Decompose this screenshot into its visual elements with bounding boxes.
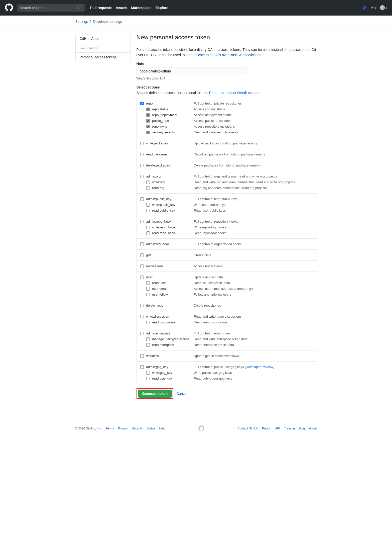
note-hint: What's this token for?	[137, 77, 317, 80]
footer-pricing[interactable]: Pricing	[262, 427, 271, 430]
scope-name: admin:enterprise	[146, 331, 194, 335]
scope-row: write:gpg_keyWrite public user gpg keys	[140, 370, 313, 376]
scope-name: write:packages	[146, 141, 194, 145]
scope-checkbox-read-user[interactable]	[146, 281, 150, 285]
search-input[interactable]: Search or jump to... /	[17, 4, 85, 12]
scope-checkbox-admin-gpg-key[interactable]	[140, 365, 144, 369]
footer-training[interactable]: Training	[284, 427, 295, 430]
scope-checkbox-manage-billing-enterprise[interactable]	[146, 337, 150, 341]
scope-row: user:followFollow and unfollow users	[140, 292, 313, 297]
scope-checkbox-read-public-key[interactable]	[146, 209, 150, 212]
scope-row: delete_repoDelete repositories	[140, 303, 313, 308]
scope-preview-link[interactable]: (Developer Preview)	[245, 365, 274, 369]
scope-description: Access repository invitations	[194, 125, 235, 128]
scope-checkbox-write-discussion[interactable]	[140, 315, 144, 318]
scope-name: write:public_key	[152, 203, 194, 207]
scope-checkbox-write-org[interactable]	[146, 181, 150, 184]
scope-name: repo	[146, 102, 194, 105]
scope-checkbox-admin-org[interactable]	[140, 175, 144, 178]
nav-explore[interactable]: Explore	[155, 6, 168, 10]
scope-row: repoFull control of private repositories	[140, 101, 313, 106]
scope-checkbox-repo-deployment[interactable]	[146, 113, 150, 117]
scope-description: Read and write org and team membership, …	[194, 180, 295, 184]
nav-marketplace[interactable]: Marketplace	[131, 6, 152, 10]
sidebar-item-oauth-apps[interactable]: OAuth Apps	[76, 43, 130, 53]
scopes-label: Select scopes	[137, 85, 317, 89]
breadcrumb-separator: /	[90, 20, 91, 24]
footer-contact[interactable]: Contact GitHub	[237, 427, 258, 430]
scope-checkbox-gist[interactable]	[140, 253, 144, 257]
scope-row: repo:inviteAccess repository invitations	[140, 124, 313, 129]
footer: © 2020 GitHub, Inc. Terms Privacy Securi…	[69, 415, 323, 441]
note-label: Note	[137, 62, 317, 66]
breadcrumb-settings[interactable]: Settings	[75, 20, 88, 24]
footer-status[interactable]: Status	[147, 427, 155, 430]
scope-checkbox-admin-enterprise[interactable]	[140, 332, 144, 335]
generate-token-button[interactable]: Generate token	[138, 390, 172, 398]
scope-checkbox-admin-repo-hook[interactable]	[140, 220, 144, 223]
github-logo[interactable]	[5, 4, 13, 12]
scope-checkbox-write-packages[interactable]	[140, 142, 144, 145]
nav-pull-requests[interactable]: Pull requests	[90, 6, 112, 10]
scope-group: read:packagesDownload packages from gith…	[137, 149, 317, 160]
user-menu[interactable]: ▾	[380, 5, 387, 10]
scope-checkbox-read-gpg-key[interactable]	[146, 377, 150, 380]
scope-description: Full control of organization hooks	[194, 242, 242, 246]
scope-name: write:repo_hook	[152, 225, 194, 229]
footer-help[interactable]: Help	[159, 427, 165, 430]
footer-privacy[interactable]: Privacy	[118, 427, 128, 430]
note-input[interactable]	[137, 67, 247, 75]
scope-checkbox-repo[interactable]	[140, 102, 144, 105]
avatar-icon	[380, 5, 385, 10]
scope-checkbox-read-repo-hook[interactable]	[146, 231, 150, 235]
scope-checkbox-read-discussion[interactable]	[146, 321, 150, 324]
footer-api[interactable]: API	[275, 427, 280, 430]
notifications-icon[interactable]	[362, 6, 366, 10]
create-menu[interactable]: ▾	[370, 6, 376, 10]
scopes-link[interactable]: Read more about OAuth scopes.	[209, 91, 260, 95]
scope-row: read:enterpriseRead enterprise profile d…	[140, 342, 313, 348]
scope-checkbox-repo-status[interactable]	[146, 108, 150, 111]
scope-checkbox-repo-invite[interactable]	[146, 125, 150, 128]
bell-icon	[362, 6, 366, 10]
cancel-link[interactable]: Cancel	[176, 392, 187, 396]
scope-checkbox-write-repo-hook[interactable]	[146, 226, 150, 229]
scope-description: Access public repositories	[194, 119, 231, 123]
scope-checkbox-write-public-key[interactable]	[146, 203, 150, 207]
scope-checkbox-workflow[interactable]	[140, 354, 144, 358]
scope-checkbox-read-enterprise[interactable]	[146, 343, 150, 347]
footer-security[interactable]: Security	[132, 427, 143, 430]
sidebar-item-github-apps[interactable]: GitHub Apps	[76, 34, 130, 43]
scope-checkbox-admin-public-key[interactable]	[140, 197, 144, 201]
scope-checkbox-public-repo[interactable]	[146, 119, 150, 123]
scope-checkbox-read-org[interactable]	[146, 186, 150, 190]
scope-name: write:gpg_key	[152, 371, 194, 375]
footer-about[interactable]: About	[309, 427, 317, 430]
scope-checkbox-delete-repo[interactable]	[140, 304, 144, 307]
scope-row: read:gpg_keyRead public user gpg keys	[140, 376, 313, 381]
scope-row: admin:repo_hookFull control of repositor…	[140, 219, 313, 224]
footer-terms[interactable]: Terms	[106, 427, 114, 430]
scope-checkbox-user-email[interactable]	[146, 287, 150, 291]
scope-checkbox-admin-org-hook[interactable]	[140, 242, 144, 246]
scope-checkbox-read-packages[interactable]	[140, 153, 144, 156]
scope-group: admin:public_keyFull control of user pub…	[137, 194, 317, 216]
scope-row: read:packagesDownload packages from gith…	[140, 151, 313, 157]
auth-api-link[interactable]: authenticate to the API over Basic Authe…	[186, 53, 261, 57]
caret-down-icon: ▾	[375, 7, 376, 9]
scope-name: security_events	[152, 130, 194, 134]
scope-checkbox-user[interactable]	[140, 276, 144, 279]
scope-description: Access user email addresses (read-only)	[194, 287, 253, 291]
scope-name: read:enterprise	[152, 343, 194, 347]
scope-description: Read public user gpg keys	[194, 377, 232, 380]
scope-checkbox-write-gpg-key[interactable]	[146, 371, 150, 375]
footer-blog[interactable]: Blog	[299, 427, 305, 430]
scope-checkbox-delete-packages[interactable]	[140, 164, 144, 167]
scope-row: manage_billing:enterpriseRead and write …	[140, 336, 313, 342]
scope-checkbox-user-follow[interactable]	[146, 293, 150, 296]
scope-checkbox-notifications[interactable]	[140, 264, 144, 268]
scope-name: user:follow	[152, 293, 194, 296]
scope-checkbox-security-events[interactable]	[146, 131, 150, 134]
nav-issues[interactable]: Issues	[116, 6, 127, 10]
sidebar-item-personal-tokens[interactable]: Personal access tokens	[76, 53, 130, 62]
